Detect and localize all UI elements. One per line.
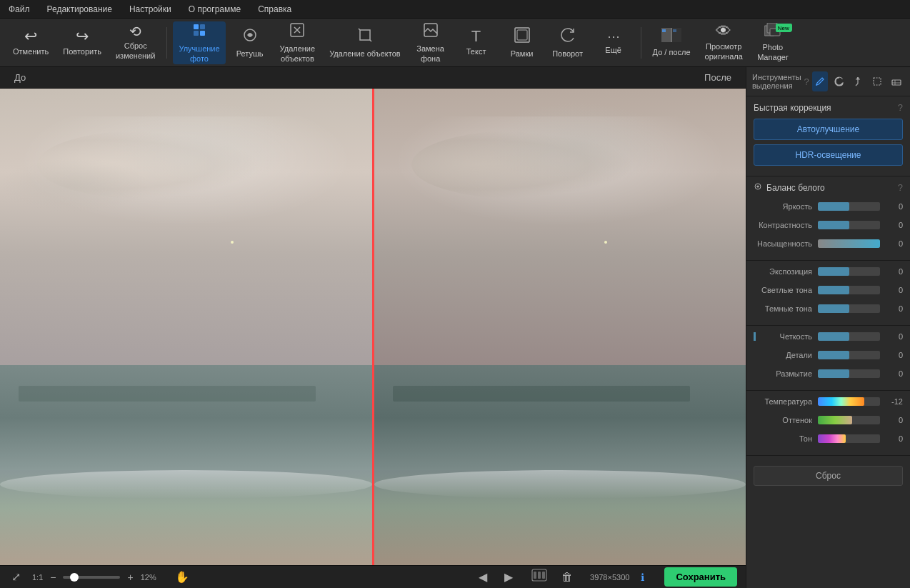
cloud-3 (0, 158, 149, 213)
undo-icon: ↩ (24, 29, 37, 44)
svg-rect-19 (534, 572, 536, 579)
svg-point-22 (816, 84, 818, 86)
brightness-fill (818, 202, 849, 211)
enhance-button[interactable]: Улучшение фото (173, 21, 225, 64)
details-slider[interactable] (818, 351, 880, 359)
hdr-button[interactable]: HDR-освещение (754, 144, 903, 166)
before-after-divider[interactable] (372, 89, 374, 565)
zoom-slider[interactable] (63, 576, 120, 579)
menu-file[interactable]: Файл (6, 3, 33, 16)
filmstrip-button[interactable] (531, 569, 547, 585)
rect-select-tool[interactable] (869, 71, 886, 91)
quick-correction-section: Быстрая коррекция ? Автоулучшение HDR-ос… (746, 96, 910, 176)
image-container (0, 89, 746, 565)
remove-objects-button[interactable]: Удаление объектов (274, 21, 321, 64)
wb-help-icon[interactable]: ? (898, 182, 903, 193)
menu-about[interactable]: О программе (186, 3, 244, 16)
menu-edit[interactable]: Редактирование (44, 3, 115, 16)
lasso-tool[interactable] (831, 71, 847, 91)
enhance-label: Улучшение фото (179, 44, 219, 63)
before-after-button[interactable]: До / после (647, 21, 696, 64)
selection-help-icon[interactable]: ? (804, 76, 809, 87)
reset-all-button[interactable]: Сброс (754, 466, 903, 486)
exposure-slider[interactable] (818, 267, 880, 276)
crop-button[interactable]: Удаление объектов (324, 21, 406, 64)
tint-value: 0 (883, 416, 903, 424)
preview-original-button[interactable]: 👁 Просмотр оригинала (699, 21, 749, 64)
blur-label: Размытие (754, 369, 818, 378)
frames-label: Рамки (511, 49, 534, 59)
temperature-slider[interactable] (818, 397, 880, 406)
quick-correction-header: Быстрая коррекция ? (754, 102, 903, 113)
svg-rect-14 (673, 29, 676, 32)
delete-button[interactable]: 🗑 (561, 571, 573, 584)
reset-button[interactable]: ⟲ Сброс изменений (110, 21, 161, 64)
highlights-label: Светлые тона (754, 286, 818, 294)
save-button[interactable]: Сохранить (664, 567, 737, 587)
crop-label: Удаление объектов (329, 49, 400, 59)
clarity-row: Четкость 0 (754, 329, 903, 344)
tone-slider[interactable] (818, 434, 880, 443)
undo-button[interactable]: ↩ Отменить (7, 21, 54, 64)
highlights-row: Светлые тона 0 (754, 282, 903, 298)
redo-button[interactable]: ↪ Повторить (57, 21, 107, 64)
wave-after (374, 470, 746, 499)
svg-rect-24 (874, 78, 881, 85)
pin-tool[interactable] (850, 71, 866, 91)
shadows-slider[interactable] (818, 304, 880, 313)
after-sky (374, 89, 746, 365)
replace-bg-label: Замена фона (416, 44, 444, 63)
details-label: Детали (754, 351, 818, 359)
menu-bar: Файл Редактирование Настройки О программ… (0, 0, 910, 19)
fit-screen-button[interactable]: ⤢ (9, 569, 24, 585)
toolbar-separator (166, 27, 167, 59)
more-button[interactable]: ⋯ Ещё (592, 21, 635, 64)
eraser-tool[interactable] (888, 71, 904, 91)
menu-help[interactable]: Справка (255, 3, 294, 16)
info-button[interactable]: ℹ (641, 572, 644, 583)
brush-tool[interactable] (812, 71, 829, 91)
tint-slider[interactable] (818, 416, 880, 424)
brightness-slider[interactable] (818, 202, 880, 211)
after-horizon (393, 386, 690, 402)
tint-row: Оттенок 0 (754, 412, 903, 428)
next-image-button[interactable]: ▶ (500, 569, 517, 585)
selection-tools-label: Инструменты выделения (752, 73, 801, 90)
highlights-slider[interactable] (818, 286, 880, 294)
blur-slider[interactable] (818, 369, 880, 378)
before-image (0, 89, 372, 565)
saturation-slider[interactable] (818, 239, 880, 248)
tone-row: Тон 0 (754, 431, 903, 447)
temperature-row: Температура -12 (754, 394, 903, 409)
text-button[interactable]: T Текст (455, 21, 498, 64)
retouch-button[interactable]: Ретушь (229, 21, 271, 64)
preview-icon: 👁 (716, 24, 731, 39)
zoom-value: 12% (141, 573, 164, 582)
quick-correction-help[interactable]: ? (898, 102, 903, 113)
prev-image-button[interactable]: ◀ (474, 569, 491, 585)
right-panel: Инструменты выделения ? Быстрая коррекци… (746, 67, 910, 588)
replace-bg-button[interactable]: Замена фона (409, 21, 452, 64)
hand-tool-button[interactable]: ✋ (172, 569, 192, 585)
photo-manager-button[interactable]: Photo Manager New (751, 21, 794, 64)
zoom-in-button[interactable]: + (124, 570, 136, 584)
rotate-button[interactable]: Поворот (546, 21, 589, 64)
brightness-row: Яркость 0 (754, 199, 903, 214)
undo-label: Отменить (13, 47, 49, 56)
contrast-slider[interactable] (818, 221, 880, 229)
detail-section: Четкость 0 Детали 0 Размытие 0 (746, 326, 910, 391)
blur-row: Размытие 0 (754, 366, 903, 382)
brightness-label: Яркость (754, 202, 818, 211)
frames-button[interactable]: Рамки (501, 21, 544, 64)
svg-rect-9 (517, 30, 527, 40)
zoom-out-button[interactable]: − (47, 570, 59, 584)
text-label: Текст (466, 47, 486, 56)
auto-enhance-button[interactable]: Автоулучшение (754, 119, 903, 140)
after-sea (374, 365, 746, 470)
more-icon: ⋯ (607, 30, 620, 43)
svg-rect-13 (662, 29, 666, 32)
clarity-slider[interactable] (818, 332, 880, 341)
menu-settings[interactable]: Настройки (126, 3, 174, 16)
contrast-label: Контрастность (754, 221, 818, 229)
frames-icon (514, 26, 531, 46)
